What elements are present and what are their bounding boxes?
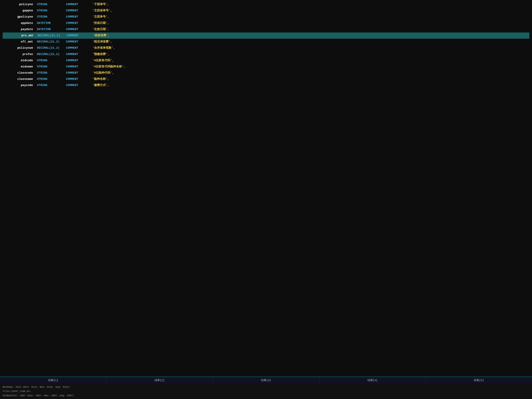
comment-value-8: '预缴保费', [92, 52, 529, 57]
comment-keyword-12: COMMENT [66, 77, 92, 81]
field-name-11: classcode [3, 71, 37, 75]
result-tab-4[interactable]: 结果[4] [319, 377, 426, 384]
field-type-6: DECIMAL(21,2) [37, 39, 66, 44]
schema-row-0[interactable]: policynoSTRINGCOMMENT'子团单号', [3, 1, 529, 7]
schema-row-11[interactable]: classcodeSTRINGCOMMENT'8位险种代码', [3, 70, 529, 76]
field-type-9: STRING [37, 58, 66, 63]
schema-row-4[interactable]: paydateDATETIMECOMMENT'生效日期', [3, 26, 529, 32]
comment-keyword-11: COMMENT [66, 71, 92, 75]
comment-value-10: '4位财务代码险种名称', [92, 64, 529, 69]
schema-row-6[interactable]: aft_amtDECIMAL(21,2)COMMENT'税后净保费', [3, 39, 529, 45]
field-type-5: DECIMAL(21,2) [38, 33, 66, 38]
comment-keyword-1: COMMENT [66, 8, 92, 13]
schema-row-1[interactable]: gappnoSTRINGCOMMENT'主投保单号', [3, 7, 529, 14]
field-type-3: DATETIME [37, 21, 66, 25]
field-name-3: appdate [3, 21, 37, 25]
comment-keyword-8: COMMENT [66, 52, 92, 57]
schema-row-8[interactable]: prefeeDECIMAL(21,2)COMMENT'预缴保费', [3, 51, 529, 57]
result-tab-1[interactable]: 结果[1] [0, 377, 107, 384]
field-type-13: STRING [37, 83, 66, 88]
schema-table: policynoSTRINGCOMMENT'子团单号',gappnoSTRING… [0, 1, 532, 89]
field-type-0: STRING [37, 2, 66, 7]
comment-value-11: '8位险种代码', [92, 71, 529, 75]
comment-value-7: '合并保单笔数', [92, 46, 529, 50]
field-name-2: gpolicyno [3, 14, 37, 19]
comment-keyword-7: COMMENT [66, 46, 92, 50]
schema-row-5[interactable]: pre_amtDECIMAL(21,2)COMMENT'税前保费', [3, 32, 529, 39]
comment-keyword-3: COMMENT [66, 21, 92, 25]
comment-keyword-10: COMMENT [66, 64, 92, 69]
schema-row-10[interactable]: midnameSTRINGCOMMENT'4位财务代码险种名称', [3, 63, 529, 70]
schema-row-12[interactable]: classnameSTRINGCOMMENT'险种名称', [3, 76, 529, 82]
status-line-3: GlobalInit: 1967 (min: 1967, max: 1967, … [3, 393, 529, 398]
comment-keyword-9: COMMENT [66, 58, 92, 63]
field-type-1: STRING [37, 8, 66, 13]
schema-row-7[interactable]: policysumDECIMAL(21,2)COMMENT'合并保单笔数', [3, 45, 529, 51]
comment-keyword-6: COMMENT [66, 39, 92, 44]
code-editor-panel: 2023-12-06 14:37 2023-12-06 14:37 2023-1… [0, 0, 532, 377]
comment-value-4: '生效日期', [92, 27, 529, 32]
schema-row-13[interactable]: paycodeSTRINGCOMMENT'缴费方式', [3, 82, 529, 89]
field-name-8: prefee [3, 52, 37, 57]
comment-keyword-4: COMMENT [66, 27, 92, 32]
field-name-9: midcode [3, 58, 37, 63]
schema-row-3[interactable]: appdateDATETIMECOMMENT'投保日期', [3, 20, 529, 26]
result-tab-2[interactable]: 结果[2] [107, 377, 213, 384]
field-name-7: policysum [3, 46, 37, 50]
field-name-1: gappno [3, 8, 37, 13]
field-name-5: pre_amt [3, 33, 38, 38]
comment-value-12: '险种名称', [92, 77, 529, 81]
results-tab-bar: 结果[1]结果[2]结果[3]结果[4]结果[5] [0, 377, 532, 384]
comment-value-5: '税前保费', [93, 33, 529, 38]
comment-value-0: '子团单号', [92, 2, 529, 7]
status-line-2: trics_inner_time_ms: [3, 389, 529, 393]
comment-value-13: '缴费方式', [92, 83, 529, 88]
field-type-10: STRING [37, 64, 66, 69]
comment-value-3: '投保日期', [92, 21, 529, 25]
schema-row-9[interactable]: midcodeSTRINGCOMMENT'4位财务代码', [3, 57, 529, 63]
comment-value-2: '主团单号', [92, 14, 529, 19]
result-tab-5[interactable]: 结果[5] [426, 377, 532, 384]
field-type-12: STRING [37, 77, 66, 81]
field-name-6: aft_amt [3, 39, 37, 44]
field-name-13: paycode [3, 83, 37, 88]
comment-keyword-0: COMMENT [66, 2, 92, 7]
status-line-1: Window1: 3112 (min: 3112, max: 3112, avg… [3, 385, 529, 389]
status-bar: Window1: 3112 (min: 3112, max: 3112, avg… [0, 384, 532, 399]
field-name-0: policyno [3, 2, 37, 7]
comment-keyword-5: COMMENT [66, 33, 93, 38]
comment-keyword-2: COMMENT [66, 14, 92, 19]
field-type-4: DATETIME [37, 27, 66, 32]
comment-value-1: '主投保单号', [92, 8, 529, 13]
field-type-7: DECIMAL(21,2) [37, 46, 66, 50]
comment-value-9: '4位财务代码', [92, 58, 529, 63]
comment-value-6: '税后净保费', [92, 39, 529, 44]
field-name-10: midname [3, 64, 37, 69]
field-type-11: STRING [37, 71, 66, 75]
field-name-12: classname [3, 77, 37, 81]
field-type-2: STRING [37, 14, 66, 19]
schema-row-2[interactable]: gpolicynoSTRINGCOMMENT'主团单号', [3, 14, 529, 20]
comment-keyword-13: COMMENT [66, 83, 92, 88]
field-name-4: paydate [3, 27, 37, 32]
field-type-8: DECIMAL(21,2) [37, 52, 66, 57]
result-tab-3[interactable]: 结果[3] [213, 377, 319, 384]
